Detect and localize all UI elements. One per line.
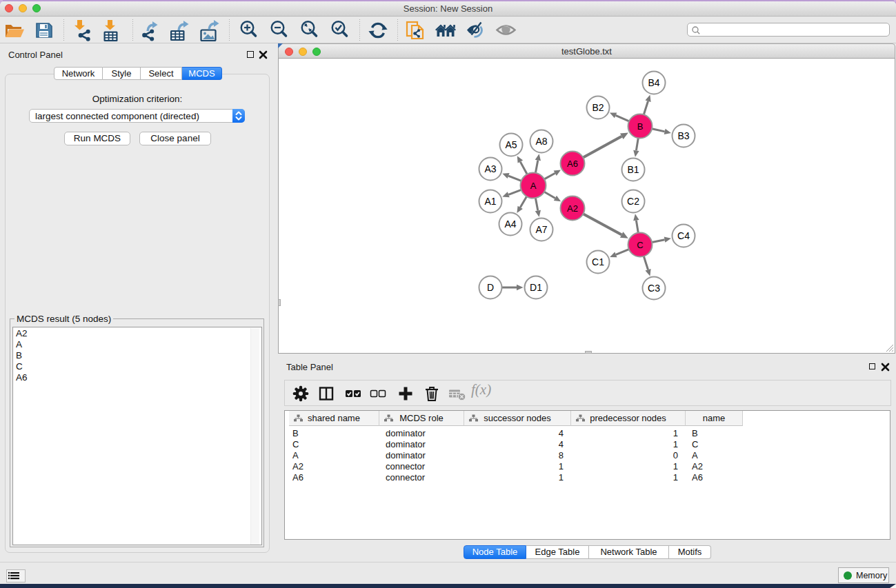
svg-text:A8: A8 (535, 136, 547, 147)
svg-text:D1: D1 (530, 282, 542, 293)
svg-text:C1: C1 (592, 256, 604, 267)
svg-text:A6: A6 (567, 159, 578, 169)
svg-text:A: A (530, 181, 537, 191)
svg-text:A5: A5 (505, 139, 517, 150)
svg-text:A3: A3 (484, 163, 496, 174)
svg-text:B1: B1 (627, 164, 639, 175)
svg-text:C4: C4 (677, 230, 690, 241)
svg-text:C3: C3 (648, 283, 660, 294)
svg-text:B3: B3 (677, 130, 689, 141)
svg-text:A1: A1 (484, 196, 496, 207)
svg-text:A2: A2 (567, 203, 578, 214)
svg-text:C: C (637, 240, 643, 250)
svg-text:B4: B4 (648, 77, 659, 88)
svg-text:A4: A4 (504, 219, 516, 230)
svg-text:B: B (637, 121, 644, 132)
svg-text:A7: A7 (535, 224, 547, 235)
svg-text:B2: B2 (592, 102, 604, 113)
svg-text:D: D (487, 282, 494, 293)
svg-text:C2: C2 (627, 196, 639, 207)
